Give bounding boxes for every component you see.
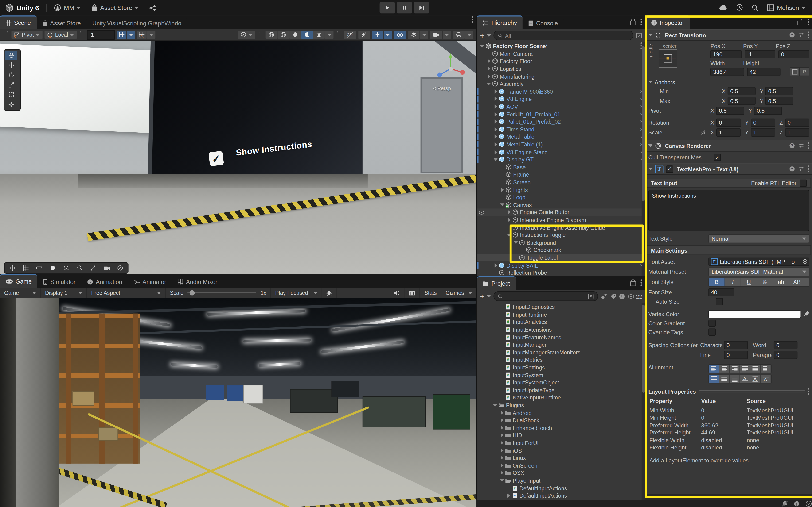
tree-row[interactable]: Base <box>477 163 645 171</box>
scale-tool-button[interactable] <box>5 80 17 90</box>
scale-slider-track[interactable] <box>188 292 256 293</box>
cloud-icon[interactable] <box>719 5 728 11</box>
grid-axis-button[interactable] <box>117 30 126 39</box>
gizmos-dropdown[interactable]: Gizmos <box>442 288 476 298</box>
word-spacing-field[interactable]: 0 <box>774 341 798 349</box>
tree-row[interactable]: Metal Table› <box>477 133 645 140</box>
tree-row[interactable]: Plugins <box>477 401 645 409</box>
pivot-x-field[interactable]: 0.5 <box>716 106 744 115</box>
align-geometry-button[interactable] <box>761 364 771 372</box>
add-asset-button[interactable]: + <box>480 292 484 300</box>
override-tags-checkbox[interactable] <box>708 328 716 335</box>
filter-type-icon[interactable] <box>601 293 608 299</box>
display-dropdown[interactable]: Display 1 <box>41 288 87 298</box>
tab-asset-store[interactable]: Asset Store <box>37 17 87 29</box>
alert-icon[interactable] <box>619 293 625 299</box>
gizmo-sphere-icon[interactable] <box>453 30 464 39</box>
visibility-gutter[interactable] <box>478 210 485 216</box>
foldout-arrow[interactable] <box>492 404 498 406</box>
tree-row[interactable]: #InputSystem <box>477 371 645 379</box>
font-style-I-button[interactable]: I <box>725 278 741 286</box>
tree-row[interactable]: OSX <box>477 469 645 477</box>
search-overlay-icon[interactable] <box>73 264 86 272</box>
hierarchy-search-input[interactable]: All <box>494 31 633 40</box>
tree-row[interactable]: V8 Engine› <box>477 95 645 103</box>
foldout-arrow[interactable] <box>493 120 499 124</box>
tree-row[interactable]: Logistics <box>477 65 645 72</box>
align-justify-button[interactable] <box>740 364 751 372</box>
foldout-arrow[interactable] <box>499 410 505 415</box>
tree-row[interactable]: Main Camera <box>477 50 645 58</box>
tab-game[interactable]: Game <box>0 274 37 288</box>
shaded-icon[interactable] <box>277 30 289 39</box>
foldout-arrow[interactable] <box>486 82 492 85</box>
solid-sphere-icon[interactable] <box>290 30 301 39</box>
font-style-B-button[interactable]: B <box>709 278 725 286</box>
tab-graph-window[interactable]: Unity.VisualScripting.GraphWindo <box>87 17 187 29</box>
tree-row[interactable]: Instructions Toggle <box>477 231 645 239</box>
persp-label[interactable]: < Persp <box>433 86 451 91</box>
presets-icon[interactable] <box>799 166 804 172</box>
link-broken-icon[interactable] <box>700 129 706 135</box>
shaded-wireframe-icon[interactable] <box>266 30 277 39</box>
scene-visibility-icon[interactable] <box>394 30 406 39</box>
tab-scene[interactable]: Scene <box>0 15 37 29</box>
pivot-dropdown[interactable]: Pivot <box>11 30 43 39</box>
audio-mute-icon[interactable] <box>358 30 369 39</box>
gizmo-dropdown[interactable] <box>465 30 473 39</box>
line-spacing-field[interactable]: 0 <box>724 350 748 359</box>
lock-icon[interactable] <box>630 281 636 286</box>
add-dropdown-icon[interactable] <box>487 34 491 37</box>
foldout-arrow[interactable] <box>499 471 505 475</box>
anchor-preset-widget[interactable] <box>659 49 677 68</box>
draw-mode-dropdown[interactable] <box>238 30 255 39</box>
inspector-kebab-icon[interactable] <box>808 21 809 23</box>
tree-row[interactable]: #IInputDiagnostics <box>477 303 645 311</box>
align-top-button[interactable] <box>709 375 719 383</box>
anchor-min-y-field[interactable]: 0.5 <box>766 87 794 95</box>
rotation-x-field[interactable]: 0 <box>716 118 741 126</box>
tree-row[interactable]: Lights <box>477 186 645 193</box>
tree-row[interactable]: InputForUI <box>477 439 645 447</box>
align-midline-button[interactable]: A <box>751 375 761 383</box>
grid-snap-icon[interactable] <box>20 264 32 272</box>
scene-effects-dropdown[interactable] <box>384 30 392 39</box>
tree-row[interactable]: EnhancedTouch <box>477 424 645 432</box>
main-settings-subheader[interactable]: Main Settings <box>647 245 811 255</box>
tree-row[interactable]: Interactive Engine Assembly Guide <box>477 224 645 231</box>
text-value-area[interactable]: Show Instructions <box>649 190 809 231</box>
move-overlay-icon[interactable] <box>87 264 99 272</box>
foldout-arrow[interactable] <box>493 142 499 147</box>
color-gradient-checkbox[interactable] <box>708 320 716 327</box>
foldout-arrow[interactable] <box>499 463 505 467</box>
pos-x-field[interactable]: 190 <box>711 50 742 58</box>
hidden-count[interactable]: 22 <box>628 293 642 299</box>
pause-button[interactable] <box>397 2 412 13</box>
raw-edit-button[interactable]: R <box>800 67 809 76</box>
tree-row[interactable]: Linux <box>477 454 645 462</box>
orientation-gizmo[interactable] <box>434 50 467 83</box>
font-style-ab-button[interactable]: ab <box>773 278 789 286</box>
play-button[interactable] <box>380 2 395 13</box>
scale-slider[interactable]: Scale 1x <box>166 288 271 298</box>
pos-y-field[interactable]: -1 <box>745 50 775 58</box>
tree-row[interactable]: Android <box>477 409 645 416</box>
eyedropper-icon[interactable] <box>803 311 809 317</box>
background-tasks-icon[interactable] <box>805 500 812 507</box>
foldout-arrow[interactable] <box>493 135 499 139</box>
local-dropdown[interactable]: Local <box>45 30 77 39</box>
tree-row[interactable]: AGV› <box>477 103 645 110</box>
tree-row[interactable]: Pallet_01a_Prefab_02› <box>477 118 645 125</box>
tree-row[interactable]: HID <box>477 432 645 439</box>
label-icon[interactable] <box>610 293 616 299</box>
align-center-button[interactable] <box>719 364 729 372</box>
foldout-arrow[interactable] <box>499 418 505 422</box>
blueprint-mode-button[interactable] <box>790 67 800 76</box>
snap-button[interactable] <box>138 30 147 39</box>
foldout-arrow[interactable] <box>506 233 512 236</box>
component-kebab-icon[interactable] <box>808 145 809 147</box>
snap-dropdown[interactable] <box>147 30 156 39</box>
tree-row[interactable]: #InputManagerStateMonitors <box>477 349 645 356</box>
play-focused-dropdown[interactable]: Play Focused <box>271 288 322 298</box>
scene-viewport[interactable]: ✓ Show Instructions < Persp <box>0 41 476 274</box>
